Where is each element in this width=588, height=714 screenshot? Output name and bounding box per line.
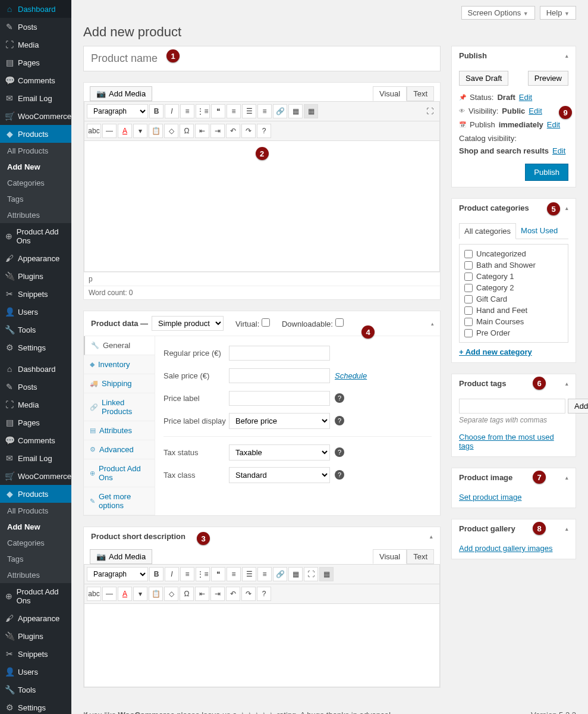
sidebar-sub-all-products[interactable]: All Products xyxy=(0,503,71,519)
save-draft-button[interactable]: Save Draft xyxy=(459,71,508,86)
edit-status-link[interactable]: Edit xyxy=(519,93,532,102)
sidebar-item-dashboard[interactable]: ⌂Dashboard xyxy=(0,0,71,18)
collapse-icon[interactable]: ▴ xyxy=(565,475,568,481)
text-color-picker-icon[interactable]: ▾ xyxy=(133,587,147,601)
category-hand-and-feet[interactable]: Hand and Feet xyxy=(464,305,563,316)
regular-price-input[interactable] xyxy=(229,346,330,361)
price-label-input[interactable] xyxy=(229,391,330,406)
sidebar-item-product-add-ons[interactable]: ⊕Product Add Ons xyxy=(0,583,71,609)
sidebar-item-users[interactable]: 👤Users xyxy=(0,303,71,321)
indent-icon[interactable]: ⇥ xyxy=(210,124,225,138)
screen-options-button[interactable]: Screen Options ▼ xyxy=(461,6,535,20)
special-char-icon[interactable]: Ω xyxy=(180,124,194,138)
category-checkbox[interactable] xyxy=(464,295,473,303)
sidebar-sub-add-new[interactable]: Add New xyxy=(0,519,71,535)
category-checkbox[interactable] xyxy=(464,306,473,315)
undo-icon[interactable]: ↶ xyxy=(226,124,240,138)
collapse-icon[interactable]: ▴ xyxy=(565,205,568,211)
special-char-icon[interactable]: Ω xyxy=(180,587,194,601)
collapse-icon[interactable]: ▴ xyxy=(430,534,433,540)
edit-publish-link[interactable]: Edit xyxy=(547,120,560,129)
sidebar-sub-add-new[interactable]: Add New xyxy=(0,159,71,175)
pd-tab-inventory[interactable]: ◆Inventory xyxy=(84,355,155,374)
sidebar-item-email-log[interactable]: ✉Email Log xyxy=(0,449,71,467)
italic-icon[interactable]: I xyxy=(165,104,179,118)
visual-tab[interactable]: Visual xyxy=(373,86,407,101)
align-center-icon[interactable]: ☰ xyxy=(242,104,256,118)
clear-format-icon[interactable]: ◇ xyxy=(164,124,178,138)
clear-format-icon[interactable]: ◇ xyxy=(164,587,178,601)
main-editor[interactable]: 2 xyxy=(84,141,440,272)
sidebar-item-dashboard[interactable]: ⌂Dashboard xyxy=(0,360,71,378)
paragraph-select[interactable]: Paragraph xyxy=(87,104,148,118)
virtual-label[interactable]: Virtual: xyxy=(235,318,270,328)
sidebar-item-products[interactable]: ◆Products xyxy=(0,125,71,143)
set-image-link[interactable]: Set product image xyxy=(459,493,522,502)
sidebar-item-product-add-ons[interactable]: ⊕Product Add Ons xyxy=(0,223,71,249)
sidebar-sub-attributes[interactable]: Attributes xyxy=(0,567,71,583)
sidebar-item-media[interactable]: ⛶Media xyxy=(0,36,71,54)
italic-icon[interactable]: I xyxy=(165,567,179,581)
schedule-link[interactable]: Schedule xyxy=(335,371,367,380)
fullscreen-icon[interactable]: ⛶ xyxy=(423,104,437,118)
price-label-display-select[interactable]: Before price xyxy=(229,413,330,429)
toolbar-toggle-icon[interactable]: ▦ xyxy=(304,104,318,118)
edit-visibility-link[interactable]: Edit xyxy=(529,107,542,115)
sidebar-item-posts[interactable]: ✎Posts xyxy=(0,378,71,396)
sidebar-item-woocommerce[interactable]: 🛒WooCommerce xyxy=(0,467,71,485)
sidebar-sub-all-products[interactable]: All Products xyxy=(0,143,71,159)
bullet-list-icon[interactable]: ≡ xyxy=(180,567,194,581)
strikethrough-icon[interactable]: abc xyxy=(87,587,101,601)
sidebar-item-settings[interactable]: ⚙Settings xyxy=(0,339,71,356)
add-category-link[interactable]: + Add new category xyxy=(459,347,532,356)
more-icon[interactable]: ▦ xyxy=(288,104,303,118)
help-icon[interactable]: ? xyxy=(257,587,271,601)
sidebar-item-email-log[interactable]: ✉Email Log xyxy=(0,89,71,107)
preview-button[interactable]: Preview xyxy=(528,71,568,86)
visual-tab-2[interactable]: Visual xyxy=(373,549,407,564)
category-category-2[interactable]: Category 2 xyxy=(464,282,563,293)
collapse-icon[interactable]: ▴ xyxy=(565,381,568,387)
pd-tab-linked-products[interactable]: 🔗Linked Products xyxy=(84,393,155,421)
sidebar-item-pages[interactable]: ▤Pages xyxy=(0,414,71,431)
bullet-list-icon[interactable]: ≡ xyxy=(180,104,194,118)
number-list-icon[interactable]: ⋮≡ xyxy=(196,567,210,581)
help-icon[interactable]: ? xyxy=(335,447,344,457)
category-checkbox[interactable] xyxy=(464,329,473,337)
help-icon[interactable]: ? xyxy=(335,470,344,480)
sale-price-input[interactable] xyxy=(229,368,330,383)
sidebar-sub-categories[interactable]: Categories xyxy=(0,535,71,551)
category-checkbox[interactable] xyxy=(464,273,473,281)
more-icon[interactable]: ▦ xyxy=(288,567,303,581)
tax-status-select[interactable]: Taxable xyxy=(229,444,330,461)
bold-icon[interactable]: B xyxy=(149,104,163,118)
pd-tab-attributes[interactable]: ▤Attributes xyxy=(84,421,155,440)
text-tab-2[interactable]: Text xyxy=(407,549,434,564)
category-gift-card[interactable]: Gift Card xyxy=(464,293,563,305)
downloadable-label[interactable]: Downloadable: xyxy=(282,318,344,328)
edit-catalog-link[interactable]: Edit xyxy=(552,146,565,155)
sidebar-item-users[interactable]: 👤Users xyxy=(0,663,71,681)
collapse-icon[interactable]: ▴ xyxy=(565,526,568,532)
category-pre-order[interactable]: Pre Order xyxy=(464,327,563,339)
pd-tab-get-more-options[interactable]: ✎Get more options xyxy=(84,487,155,515)
category-main-courses[interactable]: Main Courses xyxy=(464,316,563,327)
choose-tags-link[interactable]: Choose from the most used tags xyxy=(459,433,554,450)
add-media-button[interactable]: 📷 Add Media xyxy=(90,86,152,101)
sidebar-item-appearance[interactable]: 🖌Appearance xyxy=(0,249,71,267)
strikethrough-icon[interactable]: abc xyxy=(87,124,101,138)
bold-icon[interactable]: B xyxy=(149,567,163,581)
category-checkbox[interactable] xyxy=(464,250,473,258)
collapse-icon[interactable]: ▴ xyxy=(565,53,568,59)
outdent-icon[interactable]: ⇤ xyxy=(195,587,209,601)
category-uncategorized[interactable]: Uncategorized xyxy=(464,248,563,259)
category-checkbox[interactable] xyxy=(464,261,473,270)
align-right-icon[interactable]: ≡ xyxy=(257,104,272,118)
align-left-icon[interactable]: ≡ xyxy=(227,567,241,581)
sidebar-item-comments[interactable]: 💬Comments xyxy=(0,431,71,449)
category-checkbox[interactable] xyxy=(464,284,473,292)
all-categories-tab[interactable]: All categories xyxy=(459,223,516,239)
category-checkbox[interactable] xyxy=(464,318,473,326)
tax-class-select[interactable]: Standard xyxy=(229,467,330,483)
sidebar-item-plugins[interactable]: 🔌Plugins xyxy=(0,627,71,645)
